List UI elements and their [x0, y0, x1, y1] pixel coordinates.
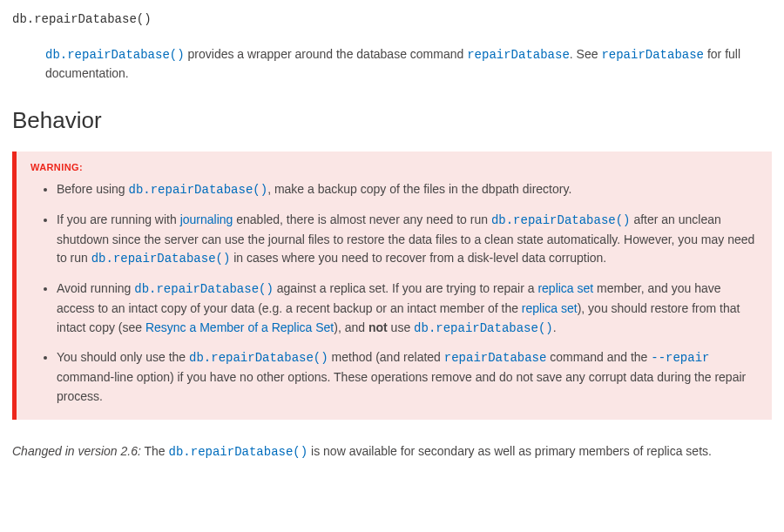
w3-t5: ), and	[334, 320, 368, 334]
w1-t1: Before using	[57, 182, 129, 196]
replica-set-link-1[interactable]: replica set	[537, 281, 593, 295]
w2-method-link-2[interactable]: db.repairDatabase()	[91, 252, 231, 266]
vc-t1: The	[141, 444, 169, 458]
w3-t7: .	[553, 320, 557, 334]
w1-method-link[interactable]: db.repairDatabase()	[129, 183, 268, 197]
w1-t2: , make a backup copy of the files in the…	[267, 182, 571, 196]
desc-text-1: provides a wrapper around the database c…	[185, 47, 468, 61]
w4-command-link[interactable]: repairDatabase	[444, 351, 547, 365]
repair-option-link[interactable]: --repair	[651, 351, 709, 365]
warning-list: Before using db.repairDatabase(), make a…	[30, 180, 758, 406]
w2-t4: in cases where you need to recover from …	[230, 251, 606, 265]
w3-method-link-1[interactable]: db.repairDatabase()	[134, 282, 274, 296]
warning-item-1: Before using db.repairDatabase(), make a…	[57, 180, 758, 200]
w4-t1: You should only use the	[57, 350, 189, 364]
vc-method-link[interactable]: db.repairDatabase()	[169, 445, 308, 459]
w2-method-link-1[interactable]: db.repairDatabase()	[491, 213, 631, 227]
repairdatabase-command-link-1[interactable]: repairDatabase	[467, 48, 570, 62]
version-changed-label: Changed in version 2.6:	[12, 444, 141, 458]
w3-t1: Avoid running	[57, 281, 134, 295]
repairdatabase-command-link-2[interactable]: repairDatabase	[601, 48, 704, 62]
w4-t4: command-line option) if you have no othe…	[57, 370, 746, 403]
behavior-heading: Behavior	[12, 103, 772, 138]
replica-set-link-2[interactable]: replica set	[522, 301, 578, 315]
warning-item-4: You should only use the db.repairDatabas…	[57, 348, 758, 406]
w3-not-emphasis: not	[368, 320, 388, 334]
warning-item-3: Avoid running db.repairDatabase() agains…	[57, 279, 758, 338]
resync-member-link[interactable]: Resync a Member of a Replica Set	[145, 320, 334, 334]
w4-method-link-1[interactable]: db.repairDatabase()	[189, 351, 328, 365]
w4-t2: method (and related	[328, 350, 444, 364]
warning-admonition: WARNING: Before using db.repairDatabase(…	[12, 152, 772, 420]
w3-t6: use	[388, 320, 414, 334]
journaling-link[interactable]: journaling	[180, 212, 233, 226]
desc-text-2: . See	[570, 47, 602, 61]
version-changed-note: Changed in version 2.6: The db.repairDat…	[12, 442, 772, 462]
repairdatabase-method-link[interactable]: db.repairDatabase()	[45, 48, 185, 62]
warning-item-2: If you are running with journaling enabl…	[57, 211, 758, 269]
vc-t2: is now available for secondary as well a…	[308, 444, 712, 458]
w4-t3: command and the	[546, 350, 651, 364]
w2-t1: If you are running with	[57, 212, 180, 226]
method-description: db.repairDatabase() provides a wrapper a…	[45, 45, 772, 84]
w3-method-link-2[interactable]: db.repairDatabase()	[414, 321, 553, 335]
method-signature: db.repairDatabase()	[12, 10, 772, 30]
w3-t2: against a replica set. If you are trying…	[274, 281, 538, 295]
warning-title: WARNING:	[30, 160, 758, 175]
w2-t2: enabled, there is almost never any need …	[233, 212, 491, 226]
